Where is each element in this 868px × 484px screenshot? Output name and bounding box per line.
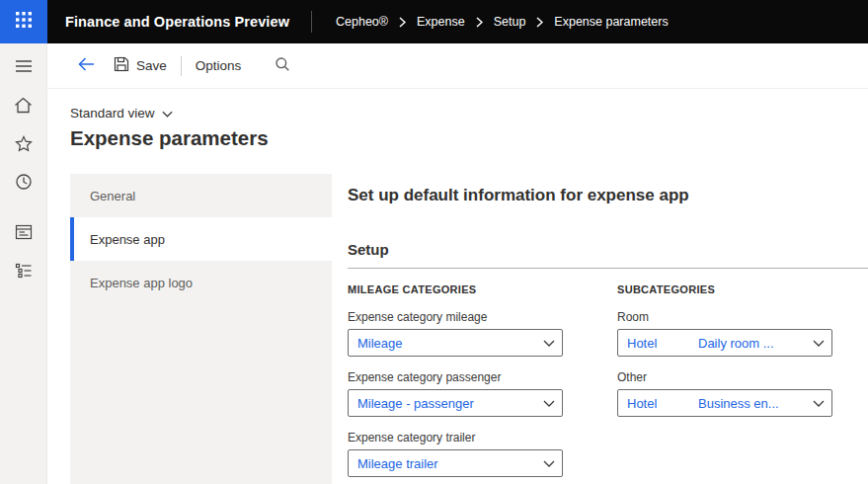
field-groups: MILEAGE CATEGORIES Expense category mile…: [348, 282, 868, 477]
options-button[interactable]: Options: [196, 58, 242, 73]
vertical-tab-list: General Expense app Expense app logo: [70, 174, 332, 484]
left-navigation-rail: [0, 43, 47, 484]
group-subcategories: SUBCATEGORIES Room Hotel Daily room ... …: [617, 282, 832, 477]
chevron-down-icon: [813, 400, 825, 407]
combo-value-subcategory: Business en...: [698, 396, 809, 411]
tab-expense-app-logo[interactable]: Expense app logo: [70, 261, 332, 304]
chevron-right-icon: [536, 17, 543, 28]
tab-label: Expense app: [90, 232, 165, 247]
combo-expense-category-trailer[interactable]: Mileage trailer: [348, 449, 563, 477]
app-launcher-button[interactable]: [0, 0, 47, 43]
arrow-left-icon: [77, 56, 96, 76]
breadcrumb-item-page[interactable]: Expense parameters: [554, 15, 668, 29]
combo-expense-category-passenger[interactable]: Mileage - passenger: [348, 389, 563, 417]
star-icon: [15, 135, 33, 156]
command-bar-divider: [181, 56, 182, 76]
combo-value-category: Hotel: [627, 396, 698, 411]
app-window: Finance and Operations Preview Cepheo® E…: [0, 0, 868, 484]
command-bar: Save Options: [47, 43, 868, 89]
hamburger-icon: [15, 59, 33, 77]
home-icon: [14, 97, 33, 118]
favorites-button[interactable]: [0, 128, 47, 162]
tab-label: General: [90, 189, 135, 203]
search-icon: [275, 56, 290, 76]
page-title: Expense parameters: [70, 126, 269, 150]
recent-button[interactable]: [0, 167, 47, 201]
save-icon: [114, 56, 129, 75]
home-button[interactable]: [0, 90, 47, 123]
content-heading: Set up default information for expense a…: [348, 174, 868, 205]
combo-expense-category-mileage[interactable]: Mileage: [348, 329, 563, 357]
combo-value: Mileage: [357, 336, 543, 351]
field-label: Room: [617, 310, 832, 324]
view-selector[interactable]: Standard view: [70, 106, 173, 121]
section-title: Setup: [348, 241, 868, 258]
tab-expense-app[interactable]: Expense app: [70, 217, 332, 261]
group-mileage-categories: MILEAGE CATEGORIES Expense category mile…: [348, 282, 563, 477]
combo-other-subcategory[interactable]: Hotel Business en...: [617, 389, 832, 417]
chevron-down-icon: [543, 460, 555, 467]
field-label: Other: [617, 370, 832, 384]
breadcrumb-item-section[interactable]: Setup: [494, 15, 526, 29]
field-label: Expense category passenger: [348, 370, 563, 384]
back-button[interactable]: [77, 56, 96, 76]
tab-label: Expense app logo: [90, 276, 193, 290]
section-divider: [348, 268, 868, 269]
clock-icon: [15, 173, 33, 195]
chevron-right-icon: [399, 17, 406, 28]
topbar-divider: [311, 11, 312, 33]
main-area: Save Options Standard view Expense param…: [47, 43, 868, 484]
group-title: MILEAGE CATEGORIES: [348, 282, 563, 296]
combo-room-subcategory[interactable]: Hotel Daily room ...: [617, 329, 832, 357]
top-navigation-bar: Finance and Operations Preview Cepheo® E…: [0, 0, 868, 43]
chevron-down-icon: [162, 106, 173, 121]
combo-value: Mileage trailer: [357, 456, 543, 471]
combo-value-category: Hotel: [627, 336, 698, 351]
combo-value: Mileage - passenger: [357, 396, 543, 411]
tab-general[interactable]: General: [70, 174, 332, 217]
hamburger-menu-button[interactable]: [0, 51, 47, 85]
app-title[interactable]: Finance and Operations Preview: [65, 14, 289, 30]
field-label: Expense category mileage: [348, 310, 563, 324]
view-selector-label: Standard view: [70, 106, 155, 121]
tab-content-panel: Set up default information for expense a…: [348, 174, 868, 484]
waffle-icon: [14, 10, 34, 34]
chevron-down-icon: [543, 340, 555, 347]
group-title: SUBCATEGORIES: [617, 282, 832, 296]
save-button[interactable]: Save: [114, 56, 167, 75]
breadcrumb-item-company[interactable]: Cepheo®: [336, 15, 388, 29]
card-icon: [15, 224, 33, 244]
breadcrumb: Cepheo® Expense Setup Expense parameters: [336, 15, 669, 29]
chevron-down-icon: [543, 400, 555, 407]
field-label: Expense category trailer: [348, 431, 563, 444]
command-search-button[interactable]: [275, 56, 290, 76]
chevron-down-icon: [813, 340, 825, 347]
combo-value-subcategory: Daily room ...: [698, 336, 809, 351]
hierarchy-list-icon: [15, 263, 33, 282]
save-button-label: Save: [136, 58, 167, 73]
workspace-button[interactable]: [0, 217, 47, 251]
breadcrumb-item-module[interactable]: Expense: [417, 15, 465, 29]
module-button[interactable]: [0, 256, 47, 289]
chevron-right-icon: [476, 17, 483, 28]
